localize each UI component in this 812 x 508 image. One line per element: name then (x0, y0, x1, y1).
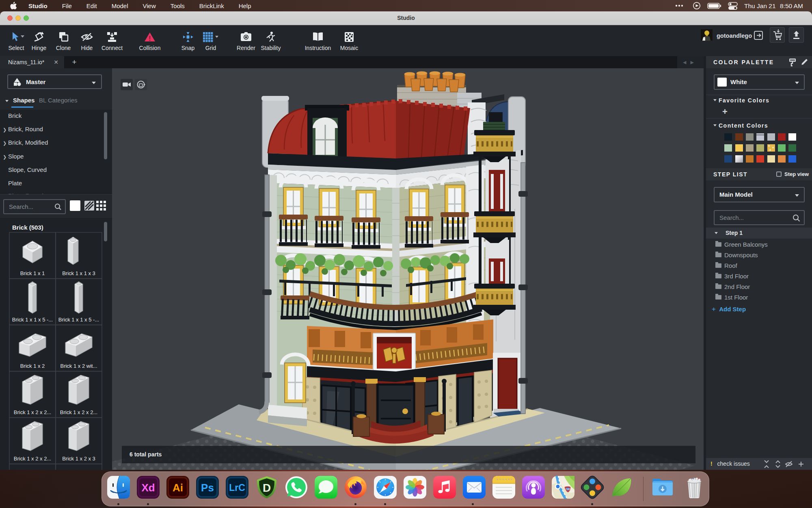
svg-text:Brick 1 x 1 x 5 -...: Brick 1 x 1 x 5 -... (58, 317, 99, 323)
svg-text:Brick 1 x 2 x 3: Brick 1 x 2 x 3 (62, 456, 95, 462)
svg-text:Brick 1 x 1 x 3: Brick 1 x 1 x 3 (62, 270, 95, 276)
svg-text:280: 280 (565, 487, 570, 491)
svg-text:Brick 1 x 1: Brick 1 x 1 (20, 270, 45, 276)
svg-text:Thu Jan 21: Thu Jan 21 (744, 2, 776, 9)
svg-text:Xd: Xd (141, 482, 155, 494)
svg-text:Brick 1 x 2 x 2...: Brick 1 x 2 x 2... (60, 409, 97, 415)
svg-text:Ai: Ai (173, 482, 183, 494)
svg-text:Brick 1 x 2: Brick 1 x 2 (20, 363, 45, 369)
svg-text:LrC: LrC (229, 482, 245, 493)
svg-text:Brick 1 x 2 x 2...: Brick 1 x 2 x 2... (14, 456, 51, 462)
svg-text:Brick 1 x 2 x 2...: Brick 1 x 2 x 2... (14, 409, 51, 415)
svg-text:D: D (263, 482, 271, 494)
svg-text:Ps: Ps (201, 482, 214, 494)
svg-text:8:50 AM: 8:50 AM (780, 2, 803, 9)
svg-text:Brick 1 x 1 x 5 -...: Brick 1 x 1 x 5 -... (12, 317, 53, 323)
svg-text:Brick 1 x 2 wit...: Brick 1 x 2 wit... (60, 363, 97, 369)
